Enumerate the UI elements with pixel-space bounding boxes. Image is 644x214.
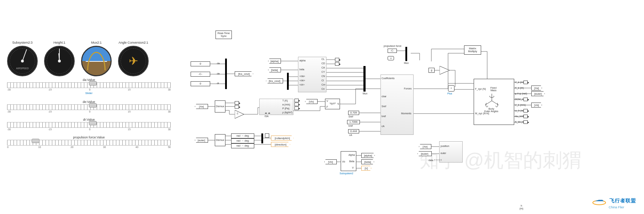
block-aero-fm[interactable] [380, 75, 414, 135]
isa-out-a: a (m/s) [282, 103, 290, 106]
mux-rp[interactable] [261, 133, 263, 143]
6dof-axes-icon [483, 93, 501, 107]
from-fcscmd[interactable]: [fcs_cmd] [266, 78, 283, 83]
const-de[interactable]: -C- [191, 72, 210, 77]
const-da[interactable]: 0 [191, 61, 210, 66]
const-g[interactable]: g [429, 68, 435, 73]
terminator[interactable] [523, 109, 528, 113]
from-euler-2[interactable]: [euler] [417, 151, 432, 156]
aero-in-cbar: cbar [382, 95, 387, 98]
demux-fcs[interactable] [287, 73, 289, 90]
rad2deg-1[interactable]: rad → deg [231, 133, 254, 138]
6dof-o3: φ θ ψ (rad) [515, 92, 527, 95]
r2d-out: deg [245, 139, 249, 142]
goto-fcs[interactable]: [fcs_cmd] [235, 71, 253, 76]
6dof-min: M_xyz (N·m) [475, 112, 489, 115]
rad2deg-3[interactable]: rad → deg [231, 143, 254, 148]
goto-direction[interactable]: [direction] [271, 142, 290, 147]
6dof-fin: F_xyz (N) [475, 88, 486, 90]
label-da: da [217, 62, 220, 65]
terminator[interactable] [335, 58, 339, 61]
dc-out-CY: CY [321, 71, 325, 73]
from-beta[interactable]: [beta] [268, 67, 281, 72]
6dof-o2: X_e (m) [515, 87, 524, 89]
from-vb-2[interactable]: [Vb] [324, 159, 337, 164]
scope-rp[interactable] [265, 133, 269, 138]
terminator[interactable] [294, 99, 299, 102]
sub2-in: Vb [342, 160, 345, 163]
from-euler[interactable]: [euler] [195, 138, 208, 143]
arrow-icon: → [241, 139, 244, 142]
block-matmul[interactable]: Matrix Multiply [464, 45, 481, 55]
const-bref[interactable]: 1.7096 [347, 120, 360, 124]
dc-in-alpha: alpha [299, 59, 305, 62]
const-dr[interactable]: 0 [191, 81, 210, 86]
footer-en: China Flier [609, 205, 624, 209]
gain-neg1[interactable]: -1 [235, 110, 244, 119]
terminator[interactable] [335, 62, 339, 66]
mux-fcs[interactable] [225, 59, 227, 89]
footer-logo: 飞行者联盟 China Flier [592, 198, 636, 209]
const-prop[interactable]: -C- [388, 49, 397, 53]
terminator[interactable] [523, 81, 528, 84]
label-dr: dr [217, 82, 219, 84]
mux-coeffs[interactable] [363, 66, 366, 92]
goto-v[interactable]: [V] [361, 166, 371, 171]
block-demux2[interactable]: Demux [215, 134, 225, 146]
from-alpha[interactable]: [alpha] [268, 59, 281, 64]
rad2deg-2[interactable]: rad → deg [231, 138, 254, 143]
mux-label: Mux [363, 92, 367, 95]
ca-lbl: cA [349, 134, 352, 136]
wires [0, 0, 644, 214]
terminator[interactable] [523, 98, 528, 101]
terminator[interactable] [523, 115, 528, 118]
terminator[interactable] [294, 106, 299, 110]
terminator[interactable] [235, 105, 239, 109]
block-rtsync[interactable]: Real-Time Sync [215, 31, 232, 39]
svg-marker-58 [440, 66, 449, 75]
isa-out-P: P (Pa) [282, 107, 289, 110]
const-sref[interactable]: 0.709 [348, 111, 359, 115]
plus-label: Plus [447, 92, 452, 95]
block-sum[interactable]: + [448, 85, 454, 92]
isa-title: ISA [265, 115, 268, 117]
from-vb[interactable]: [Vb] [305, 99, 318, 104]
r2d-in: rad [236, 139, 240, 142]
terminator[interactable] [294, 103, 299, 106]
from-xe-2[interactable]: [Xe] [419, 144, 431, 149]
gain-g[interactable]: 7.5 [440, 66, 449, 75]
prop-label: propulsion force [384, 45, 401, 47]
from-xe[interactable]: [Xe] [195, 104, 208, 109]
plane-logo-icon [592, 198, 607, 205]
dc-out-Cl: Cl [321, 79, 324, 82]
arrow-icon: → [241, 135, 244, 137]
goto-xe[interactable]: [Xe] [531, 86, 542, 90]
r2d-in: rad [236, 135, 240, 137]
terminator[interactable] [523, 120, 528, 124]
sub2-title: Subsystem2 [340, 172, 353, 175]
aero-out-moments: Moments [401, 112, 411, 115]
dr-pos: position [441, 145, 449, 147]
goto-euler[interactable]: [euler] [531, 91, 545, 96]
const-ca[interactable]: 0.444 [348, 129, 359, 133]
goto-vb[interactable]: [Vb] [531, 103, 542, 108]
goto-rollandpitch[interactable]: [rollandpitch] [271, 136, 294, 141]
dc-in-da: <da> [299, 75, 305, 77]
goto-alpha[interactable]: [alpha] [361, 153, 375, 158]
block-demux1[interactable]: Demux [215, 100, 225, 113]
isa-cloud-icon: ☁ ☁ [265, 111, 270, 114]
mux-prop[interactable] [405, 47, 407, 61]
aero-in-ca: cA [382, 125, 384, 127]
arrow-icon: → [241, 144, 244, 147]
dc-out-Cm: Cm [321, 83, 325, 86]
aero-in-coef: Coefficients [382, 77, 394, 79]
r2d-out: deg [245, 135, 249, 137]
goto-beta[interactable]: [beta] [361, 159, 374, 164]
dr-euler: euler [441, 152, 446, 154]
dc-out-CA: CA [321, 66, 325, 69]
ground[interactable]: ⏚ [388, 56, 394, 60]
aero-in-sref: Sref [382, 105, 386, 108]
terminator[interactable] [235, 101, 239, 105]
dp-v: V [326, 100, 328, 102]
mux2-label: Mux [404, 62, 409, 64]
